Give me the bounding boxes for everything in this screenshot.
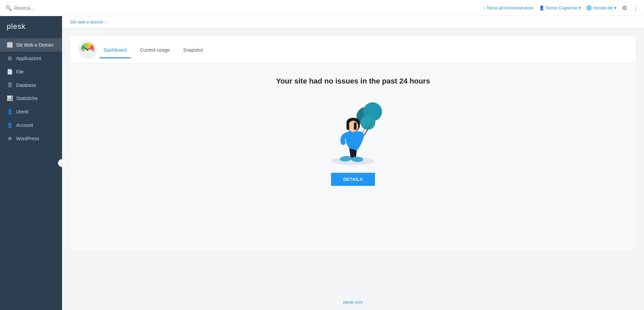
- svg-text:MIN: MIN: [82, 50, 85, 52]
- main-card: MIN MAX Dashboard Current usage Snapshot…: [70, 36, 636, 251]
- web-icon: ⬜: [7, 42, 13, 48]
- sidebar-collapse-button[interactable]: ‹: [58, 159, 66, 167]
- sidebar-item-applicazioni[interactable]: ⊞ Applicazioni: [0, 52, 62, 65]
- sidebar-item-file[interactable]: 📄 File: [0, 65, 62, 79]
- plesk-logo-text: plesk: [7, 22, 25, 31]
- sidebar-item-label: Utenti: [16, 109, 29, 114]
- plesk-footer-link[interactable]: plesk.com: [343, 300, 363, 305]
- sidebar-nav: ⬜ Siti Web e Domini ⊞ Applicazioni 📄 Fil…: [0, 37, 62, 310]
- breadcrumb-separator: ›: [105, 19, 106, 24]
- database-icon: 🗄: [7, 82, 13, 88]
- back-to-admin-link[interactable]: Torna ad Amministratore: [484, 5, 534, 10]
- page-footer: plesk.com: [62, 294, 644, 310]
- sidebar-logo: plesk: [0, 16, 62, 37]
- search-area[interactable]: 🔍: [5, 5, 484, 11]
- sidebar-item-label: Database: [16, 83, 36, 88]
- domain-label: miosito.tld: [593, 5, 613, 10]
- domain-menu[interactable]: 🌐 miosito.tld ▾: [586, 5, 616, 10]
- main-layout: plesk ⬜ Siti Web e Domini ⊞ Applicazioni…: [0, 16, 644, 310]
- dashboard-body: Your site had no issues in the past 24 h…: [70, 63, 636, 251]
- svg-rect-20: [346, 122, 349, 130]
- sidebar-item-label: Account: [16, 122, 33, 128]
- top-header: 🔍 Torna ad Amministratore 👤 Nome Cognome…: [0, 0, 644, 16]
- tabs-row: MIN MAX Dashboard Current usage Snapshot: [70, 36, 636, 63]
- breadcrumb: Siti web e domini ›: [62, 16, 644, 28]
- tab-current-usage[interactable]: Current usage: [136, 41, 174, 58]
- sidebar-item-label: WordPress: [16, 136, 39, 141]
- gauge-icon: MIN MAX: [78, 40, 97, 59]
- sidebar-item-utenti[interactable]: 👤 Utenti: [0, 105, 62, 118]
- file-icon: 📄: [7, 69, 13, 75]
- user-menu[interactable]: 👤 Nome Cognome ▾: [539, 5, 581, 10]
- stats-icon: 📊: [7, 95, 13, 101]
- sidebar: plesk ⬜ Siti Web e Domini ⊞ Applicazioni…: [0, 16, 62, 310]
- tab-snapshot[interactable]: Snapshot: [179, 41, 207, 58]
- tab-dashboard[interactable]: Dashboard: [100, 41, 131, 58]
- page-content: MIN MAX Dashboard Current usage Snapshot…: [62, 28, 644, 294]
- more-options-button[interactable]: ⋮: [633, 4, 639, 12]
- svg-point-2: [87, 49, 89, 51]
- search-input[interactable]: [14, 5, 81, 11]
- sidebar-item-label: Applicazioni: [16, 56, 41, 61]
- svg-text:MAX: MAX: [91, 50, 95, 52]
- svg-point-8: [361, 115, 375, 130]
- sidebar-item-label: Siti Web e Domini: [16, 42, 53, 48]
- user-icon: 👤: [539, 5, 544, 10]
- apps-icon: ⊞: [7, 55, 13, 61]
- svg-point-19: [348, 121, 358, 132]
- sidebar-item-siti-web[interactable]: ⬜ Siti Web e Domini: [0, 38, 62, 52]
- users-icon: 👤: [7, 109, 13, 115]
- wordpress-icon: ⊕: [7, 136, 13, 142]
- sidebar-item-database[interactable]: 🗄 Database: [0, 79, 62, 92]
- details-button[interactable]: DETAILS: [331, 173, 375, 186]
- sidebar-item-account[interactable]: 👤 Account: [0, 118, 62, 132]
- breadcrumb-link-siti[interactable]: Siti web e domini: [70, 19, 103, 24]
- content-area: Siti web e domini ›: [62, 16, 644, 310]
- settings-button[interactable]: ⚙: [622, 4, 627, 12]
- tab-list: Dashboard Current usage Snapshot: [100, 41, 207, 58]
- sidebar-item-label: Statistiche: [16, 96, 38, 101]
- chevron-down-icon2: ▾: [614, 5, 616, 10]
- globe-icon: 🌐: [586, 5, 592, 10]
- sidebar-item-label: File: [16, 69, 24, 74]
- chevron-down-icon: ▾: [579, 5, 581, 10]
- success-illustration: [316, 96, 390, 163]
- no-issues-message: Your site had no issues in the past 24 h…: [276, 77, 430, 86]
- search-icon: 🔍: [5, 5, 12, 11]
- sidebar-item-statistiche[interactable]: 📊 Statistiche: [0, 92, 62, 105]
- sidebar-item-wordpress[interactable]: ⊕ WordPress: [0, 132, 62, 145]
- account-icon: 👤: [7, 122, 13, 128]
- user-name-label: Nome Cognome: [546, 5, 578, 10]
- top-right-controls: Torna ad Amministratore 👤 Nome Cognome ▾…: [484, 4, 639, 12]
- svg-rect-21: [354, 122, 357, 130]
